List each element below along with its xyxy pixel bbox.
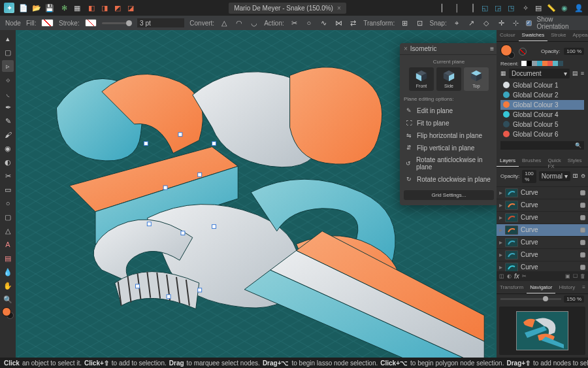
- fill-tool[interactable]: ◉: [2, 142, 14, 154]
- tab-appearance[interactable]: Appearance: [569, 30, 588, 41]
- arrange-forward-icon[interactable]: ◩: [112, 3, 123, 13]
- layer-item[interactable]: ▸Curve: [497, 224, 588, 236]
- smooth-curve-icon[interactable]: ∿: [319, 18, 329, 28]
- eyedropper-tool[interactable]: 💧: [2, 266, 14, 278]
- panel-menu-icon[interactable]: ≡: [585, 156, 588, 167]
- join-curves-icon[interactable]: ⋈: [334, 18, 344, 28]
- frame-text-tool[interactable]: ▤: [2, 252, 14, 264]
- plane-front-button[interactable]: Front: [409, 67, 434, 91]
- tab-colour[interactable]: Colour: [497, 30, 519, 41]
- stroke-width-field[interactable]: 3 pt: [137, 18, 184, 27]
- arrange-back-icon[interactable]: ◧: [86, 3, 97, 13]
- show-orientation-checkbox[interactable]: ✓: [526, 20, 531, 26]
- snap-off-curve-icon[interactable]: ↗: [466, 18, 476, 28]
- transform-origin-icon[interactable]: ⊡: [415, 18, 425, 28]
- rulers-icon[interactable]: 📏: [546, 3, 557, 13]
- zoom-tool[interactable]: 🔍: [2, 293, 14, 305]
- expand-icon[interactable]: ▸: [499, 263, 502, 271]
- recent-swatch[interactable]: [521, 61, 527, 66]
- transparency-tool[interactable]: ◐: [2, 156, 14, 168]
- expand-icon[interactable]: ▸: [499, 214, 502, 221]
- swatch-item[interactable]: Global Colour 6: [500, 129, 584, 139]
- adjust-icon[interactable]: ◐: [507, 273, 512, 279]
- tab-stroke[interactable]: Stroke: [547, 30, 569, 41]
- layer-item[interactable]: ▸Curve: [497, 248, 588, 261]
- close-icon[interactable]: ×: [404, 45, 408, 52]
- visibility-checkbox[interactable]: [580, 203, 585, 208]
- artistic-text-tool[interactable]: A: [2, 239, 14, 250]
- assets-icon[interactable]: ▦: [72, 3, 82, 13]
- tab-swatches[interactable]: Swatches: [519, 30, 548, 41]
- add-swatch-icon[interactable]: ▤: [572, 70, 578, 76]
- fore-back-color[interactable]: [2, 307, 14, 319]
- point-transform-tool[interactable]: ⟐: [2, 74, 14, 86]
- visibility-checkbox[interactable]: [580, 240, 585, 245]
- recent-swatch[interactable]: [553, 61, 558, 66]
- visibility-checkbox[interactable]: [580, 215, 585, 220]
- swatch-view-icon[interactable]: ▦: [500, 70, 506, 76]
- expand-icon[interactable]: ▸: [499, 239, 502, 246]
- hand-tool[interactable]: ✋: [2, 280, 14, 292]
- insert-front-icon[interactable]: ◳: [506, 3, 516, 13]
- recent-swatch[interactable]: [527, 61, 532, 66]
- visibility-checkbox[interactable]: [580, 227, 585, 233]
- iso-action[interactable]: ⛶Fit to plane: [404, 117, 494, 129]
- swatch-search-input[interactable]: [500, 141, 584, 150]
- pencil-tool[interactable]: ✎: [2, 115, 14, 127]
- recent-swatch[interactable]: [532, 61, 537, 66]
- snap-handles-icon[interactable]: ✛: [497, 18, 506, 28]
- isometric-panel-header[interactable]: × Isometric ≡: [400, 43, 497, 55]
- iso-action[interactable]: ⇋Flip horizontal in plane: [404, 129, 494, 141]
- delete-layer-icon[interactable]: 🗑: [580, 273, 585, 279]
- swatch-item[interactable]: Global Colour 1: [500, 80, 584, 90]
- save-icon[interactable]: 💾: [44, 3, 55, 13]
- node-tool[interactable]: ▹: [2, 60, 14, 72]
- expand-icon[interactable]: ▸: [499, 226, 502, 233]
- ellipse-tool[interactable]: ○: [2, 197, 14, 209]
- panel-menu-icon[interactable]: ≡: [490, 45, 494, 52]
- move-tool[interactable]: ▴: [2, 33, 14, 44]
- layer-item[interactable]: ▸Curve: [497, 186, 588, 199]
- open-icon[interactable]: 📂: [31, 3, 42, 13]
- snap-geometry-icon[interactable]: ◇: [482, 18, 491, 28]
- visibility-checkbox[interactable]: [580, 190, 585, 195]
- canvas[interactable]: × Isometric ≡ Current plane FrontSideTop…: [16, 30, 497, 358]
- align-right-icon[interactable]: ▕: [465, 3, 476, 13]
- tab-layers[interactable]: Layers: [497, 156, 519, 167]
- zoom-field[interactable]: 150 %: [564, 295, 584, 303]
- iso-action[interactable]: ✎Edit in plane: [404, 105, 494, 116]
- none-swatch-icon[interactable]: [519, 48, 527, 56]
- mask-icon[interactable]: ◫: [499, 273, 504, 279]
- visibility-checkbox[interactable]: [580, 265, 585, 270]
- convert-smart-icon[interactable]: ◡: [250, 18, 259, 28]
- snap-nodes-icon[interactable]: ⊹: [511, 18, 521, 28]
- expand-icon[interactable]: ▸: [499, 201, 502, 209]
- stroke-swatch[interactable]: [85, 19, 97, 27]
- account-icon[interactable]: 👤: [574, 3, 584, 13]
- insert-inside-icon[interactable]: ◲: [493, 3, 503, 13]
- break-curve-icon[interactable]: ✂: [289, 18, 299, 28]
- recent-swatch[interactable]: [558, 61, 563, 66]
- convert-smooth-icon[interactable]: ◠: [235, 18, 244, 28]
- layer-opacity-field[interactable]: 100 %: [522, 170, 536, 183]
- add-layer-icon[interactable]: ☐: [573, 273, 578, 279]
- tab-brushes[interactable]: Brushes: [519, 156, 544, 167]
- align-center-icon[interactable]: │: [452, 3, 463, 13]
- convert-sharp-icon[interactable]: △: [220, 18, 229, 28]
- grid-icon[interactable]: ▤: [533, 3, 544, 13]
- iso-action[interactable]: ↻Rotate clockwise in plane: [404, 173, 494, 185]
- swatch-menu-icon[interactable]: ≡: [581, 70, 584, 76]
- swatch-category-dropdown[interactable]: Document▾: [509, 69, 570, 78]
- tab-quick-fx[interactable]: Quick FX: [544, 156, 564, 167]
- tab-navigator[interactable]: Navigator: [527, 282, 555, 293]
- iso-action[interactable]: ⇵Flip vertical in plane: [404, 142, 494, 154]
- transform-mode-icon[interactable]: ⊞: [400, 18, 410, 28]
- swatch-item[interactable]: Global Colour 2: [500, 90, 584, 100]
- snap-all-icon[interactable]: ⌖: [452, 18, 462, 28]
- grid-settings-button[interactable]: Grid Settings...: [404, 190, 494, 200]
- tab-transform[interactable]: Transform: [497, 282, 527, 293]
- zoom-slider[interactable]: [500, 298, 561, 300]
- layer-item[interactable]: ▸Curve: [497, 236, 588, 248]
- layer-item[interactable]: ▸Curve: [497, 199, 588, 211]
- navigator-preview[interactable]: [499, 307, 585, 355]
